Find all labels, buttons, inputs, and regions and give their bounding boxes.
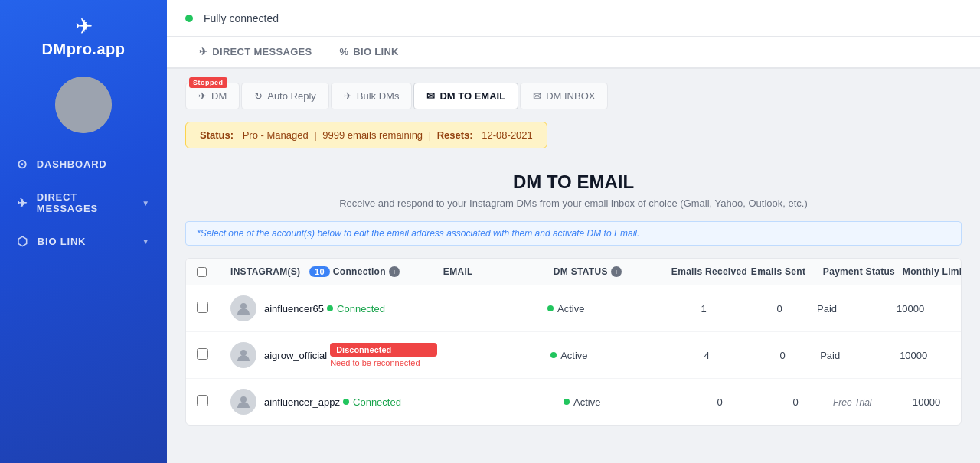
chevron-down-icon: ▼ — [142, 237, 150, 246]
sidebar-item-label: DIRECT MESSAGES — [37, 191, 132, 214]
avatar-image — [55, 77, 112, 133]
sidebar-item-bio-link[interactable]: ⬡ BIO LINK ▼ — [0, 224, 167, 259]
info-note: *Select one of the account(s) below to e… — [185, 221, 962, 246]
plan-text: Pro - Managed — [243, 129, 309, 141]
sub-tab-dm[interactable]: Stopped ✈ DM — [185, 83, 240, 109]
row3-account[interactable]: ainfluencer_appz — [230, 389, 340, 415]
row2-account-name: aigrow_official — [264, 350, 327, 361]
sub-tab-dm-inbox[interactable]: ✉ DM INBOX — [520, 83, 608, 109]
chevron-down-icon: ▼ — [142, 199, 150, 207]
row3-payment-status: Free Trial — [833, 396, 910, 408]
row3-connection: Connected — [343, 396, 450, 408]
row2-avatar — [230, 342, 256, 368]
status-label: Status: — [200, 129, 234, 141]
connected-dot-icon — [327, 305, 333, 311]
sub-tab-bulk-dms[interactable]: ✈ Bulk DMs — [331, 83, 413, 109]
table-row: ainfluencer_appz Connected Active 0 — [186, 379, 961, 425]
emails-remaining: 9999 emails remaining — [322, 129, 423, 141]
svg-point-1 — [240, 350, 247, 356]
connected-dot-icon — [343, 399, 349, 405]
avatar — [55, 77, 112, 133]
status-banner-wrapper: Status: Pro - Managed | 9999 emails rema… — [185, 122, 962, 161]
sidebar-item-dashboard[interactable]: ⊙ DASHBOARD — [0, 147, 167, 181]
sidebar-item-label: DASHBOARD — [37, 158, 107, 170]
row1-monthly-limit: 10000 — [897, 303, 962, 315]
connection-info-icon: i — [389, 266, 400, 277]
sidebar-item-direct-messages[interactable]: ✈ DIRECT MESSAGES ▼ — [0, 181, 167, 224]
page-subtitle: Receive and respond to your Instagram DM… — [185, 197, 962, 209]
instagram-count-badge: 10 — [309, 266, 330, 277]
top-bar: Fully connected — [167, 0, 980, 37]
auto-reply-icon: ↻ — [254, 90, 263, 102]
row3-monthly-limit: 10000 — [913, 396, 962, 408]
active-dot-icon — [547, 305, 554, 311]
th-email: EMAIL — [443, 266, 550, 277]
svg-point-0 — [240, 303, 247, 309]
row3-checkbox[interactable] — [197, 395, 227, 409]
logo-icon: ✈ — [75, 14, 93, 39]
page-title: DM TO EMAIL — [185, 171, 962, 193]
row3-emails-received: 0 — [681, 396, 758, 408]
select-all-checkbox[interactable] — [197, 267, 207, 277]
stopped-badge: Stopped — [189, 77, 227, 88]
dm-sub-icon: ✈ — [198, 90, 207, 102]
dashboard-icon: ⊙ — [17, 157, 28, 171]
connected-dot — [185, 15, 193, 22]
bio-link-icon: ⬡ — [17, 234, 28, 249]
row1-emails-sent: 0 — [745, 303, 814, 315]
row1-avatar — [230, 295, 256, 321]
row2-monthly-limit: 10000 — [900, 350, 962, 361]
row2-account[interactable]: aigrow_official — [230, 342, 327, 368]
sidebar-item-label: BIO LINK — [38, 236, 86, 247]
row1-connection: Connected — [327, 302, 434, 315]
row3-avatar — [230, 389, 256, 415]
bio-link-tab-icon: % — [340, 46, 349, 57]
th-monthly-limit: Monthly Limit i — [903, 266, 962, 277]
row2-connection: Disconnected Need to be reconnected — [330, 343, 437, 367]
dm-status-info-icon: i — [611, 266, 622, 277]
row2-emails-sent: 0 — [748, 350, 817, 361]
row1-checkbox[interactable] — [197, 302, 227, 315]
main-content: Fully connected ✈ DIRECT MESSAGES % BIO … — [167, 0, 980, 463]
th-instagram: INSTAGRAM(S) 10 — [230, 266, 330, 277]
reconnect-text: Need to be reconnected — [330, 358, 437, 367]
row3-dm-status: Active — [564, 396, 678, 408]
row3-emails-sent: 0 — [761, 396, 830, 408]
resets-label: Resets: — [437, 129, 473, 141]
direct-messages-icon: ✈ — [17, 196, 28, 210]
th-emails-sent: Emails Sent — [751, 266, 820, 277]
sub-tab-dm-to-email[interactable]: ✉ DM TO EMAIL — [413, 83, 518, 109]
content-area: Stopped ✈ DM ↻ Auto Reply ✈ Bulk DMs ✉ D… — [167, 69, 980, 463]
row2-dm-status: Active — [550, 349, 665, 361]
bulk-dms-icon: ✈ — [344, 90, 352, 102]
nav-menu: ⊙ DASHBOARD ✈ DIRECT MESSAGES ▼ ⬡ BIO LI… — [0, 147, 167, 259]
resets-date: 12-08-2021 — [482, 129, 533, 141]
page-header: DM TO EMAIL Receive and respond to your … — [185, 171, 962, 209]
dm-to-email-icon: ✉ — [426, 90, 435, 102]
row2-checkbox[interactable] — [197, 348, 227, 362]
row3-account-name: ainfluencer_appz — [264, 396, 340, 408]
sub-tabs: Stopped ✈ DM ↻ Auto Reply ✈ Bulk DMs ✉ D… — [185, 83, 962, 109]
svg-point-2 — [240, 396, 247, 403]
row1-emails-received: 1 — [665, 303, 742, 315]
active-dot-icon — [564, 399, 570, 405]
sidebar: ✈ DMpro.app ⊙ DASHBOARD ✈ DIRECT MESSAGE… — [0, 0, 167, 463]
active-dot-icon — [550, 352, 557, 358]
logo-text: DMpro.app — [42, 41, 126, 58]
disconnected-label: Disconnected — [330, 343, 437, 357]
fully-connected-status: Fully connected — [204, 12, 279, 24]
logo-area: ✈ DMpro.app — [0, 0, 167, 69]
sub-tab-auto-reply[interactable]: ↻ Auto Reply — [241, 83, 329, 109]
row1-account[interactable]: ainfluencer65 — [230, 295, 324, 321]
row2-emails-received: 4 — [668, 350, 745, 361]
tab-direct-messages[interactable]: ✈ DIRECT MESSAGES — [185, 37, 326, 69]
table-row: aigrow_official Disconnected Need to be … — [186, 332, 961, 379]
th-emails-received: Emails Received — [671, 266, 748, 277]
main-tabs: ✈ DIRECT MESSAGES % BIO LINK — [167, 37, 980, 69]
th-checkbox — [197, 267, 227, 277]
table-header: INSTAGRAM(S) 10 Connection i EMAIL DM ST… — [186, 259, 961, 285]
tab-bio-link[interactable]: % BIO LINK — [326, 37, 413, 69]
table-row: ainfluencer65 Connected Active 1 0 — [186, 285, 961, 332]
row2-payment-status: Paid — [820, 350, 897, 361]
dm-tab-icon: ✈ — [199, 46, 207, 57]
